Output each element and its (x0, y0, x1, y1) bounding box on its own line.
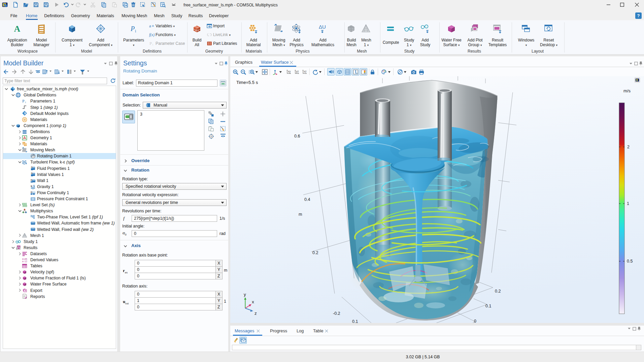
svg-text:a: a (149, 23, 151, 28)
svg-text:2: 2 (627, 145, 630, 149)
svg-text:P: P (130, 25, 135, 32)
svg-text:i: i (25, 101, 26, 104)
svg-text:0.2: 0.2 (312, 250, 318, 255)
svg-text:f(x): f(x) (149, 33, 155, 37)
svg-text:m/s: m/s (623, 88, 631, 93)
svg-text:D: D (31, 172, 33, 175)
svg-text:D: D (31, 166, 33, 169)
svg-text:D: D (31, 179, 32, 181)
svg-text:m: m (299, 212, 302, 217)
svg-text:A: A (14, 24, 21, 34)
svg-text:0.4: 0.4 (304, 197, 310, 202)
svg-text:0.2: 0.2 (495, 289, 501, 294)
svg-text:0.1: 0.1 (352, 319, 358, 323)
svg-text:y: y (244, 292, 246, 297)
svg-text:x: x (252, 299, 254, 304)
svg-text:0.1: 0.1 (485, 304, 491, 308)
svg-text:0: 0 (474, 319, 476, 323)
svg-text:xy: xy (288, 70, 291, 73)
svg-text:i: i (152, 43, 153, 46)
svg-text:yz: yz (296, 70, 299, 73)
svg-text:z: z (255, 311, 257, 316)
svg-text:i: i (135, 29, 136, 33)
svg-text:e-12: e-12 (22, 260, 27, 263)
svg-text:-0.2: -0.2 (333, 311, 340, 316)
svg-text:0.5: 0.5 (627, 259, 633, 264)
svg-text:=: = (152, 24, 154, 28)
svg-text:P: P (22, 99, 25, 103)
svg-text:1: 1 (627, 201, 629, 206)
svg-text:xz: xz (304, 70, 307, 73)
svg-text:ΔU: ΔU (319, 24, 326, 30)
svg-text:P: P (149, 41, 152, 46)
svg-text:0.6: 0.6 (294, 134, 300, 139)
